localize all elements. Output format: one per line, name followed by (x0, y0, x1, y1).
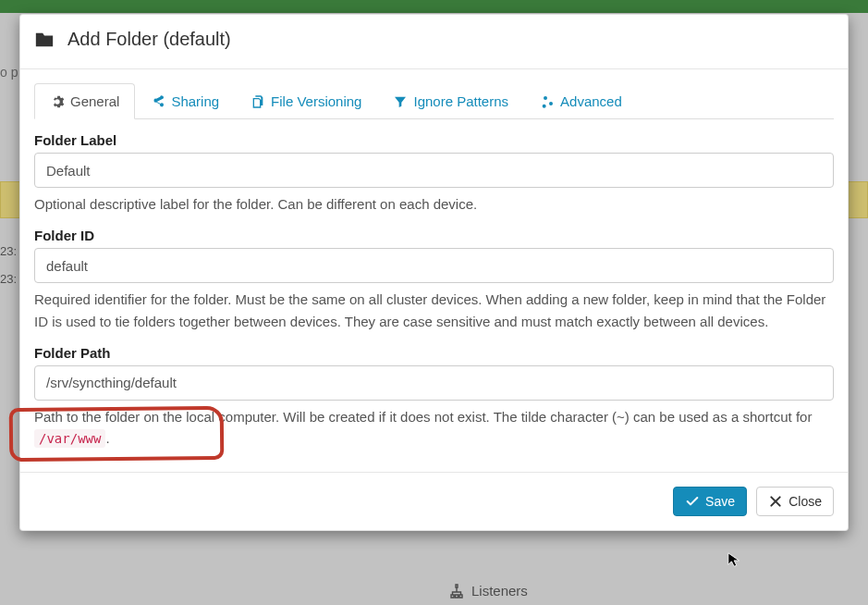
gear-icon (50, 94, 65, 109)
folder-path-help-code: /var/www (34, 429, 105, 448)
save-button[interactable]: Save (673, 487, 747, 516)
modal-footer: Save Close (20, 472, 848, 530)
folder-id-help: Required identifier for the folder. Must… (34, 289, 834, 332)
cogs-icon (540, 94, 555, 109)
close-icon (768, 494, 783, 509)
folder-label-group: Folder Label Optional descriptive label … (34, 132, 834, 215)
close-button-label: Close (789, 494, 822, 509)
folder-label-input[interactable] (34, 153, 834, 188)
folder-path-input[interactable] (34, 365, 834, 401)
folder-id-label: Folder ID (34, 228, 834, 243)
tab-general-label: General (70, 93, 119, 109)
folder-label-label: Folder Label (34, 132, 834, 148)
folder-path-help-pre: Path to the folder on the local computer… (34, 409, 812, 425)
tab-advanced[interactable]: Advanced (524, 83, 638, 119)
close-button[interactable]: Close (756, 487, 834, 516)
tab-sharing-label: Sharing (171, 93, 219, 109)
tab-ignore-patterns[interactable]: Ignore Patterns (377, 83, 524, 119)
tab-bar: General Sharing File Versioning Ignore P… (34, 83, 834, 119)
tab-general[interactable]: General (34, 83, 135, 119)
filter-icon (393, 94, 408, 109)
check-icon (685, 494, 700, 509)
folder-label-help: Optional descriptive label for the folde… (34, 193, 834, 215)
tab-sharing[interactable]: Sharing (135, 83, 235, 119)
modal-body: General Sharing File Versioning Ignore P… (20, 69, 848, 472)
copy-icon (251, 94, 265, 109)
modal-header: Add Folder (default) (20, 15, 848, 69)
folder-path-group: Folder Path Path to the folder on the lo… (34, 345, 834, 450)
tab-file-versioning-label: File Versioning (271, 93, 361, 109)
folder-path-help: Path to the folder on the local computer… (34, 406, 834, 450)
tab-file-versioning[interactable]: File Versioning (235, 83, 377, 119)
add-folder-modal: Add Folder (default) General Sharing Fil… (19, 14, 849, 531)
modal-title: Add Folder (default) (67, 29, 231, 50)
save-button-label: Save (705, 494, 735, 509)
folder-id-group: Folder ID Required identifier for the fo… (34, 228, 834, 332)
folder-path-label: Folder Path (34, 345, 834, 361)
folder-path-help-post: . (105, 430, 109, 446)
share-icon (151, 94, 165, 109)
folder-icon (34, 30, 55, 50)
tab-advanced-label: Advanced (560, 93, 622, 109)
folder-id-input[interactable] (34, 248, 834, 283)
tab-ignore-patterns-label: Ignore Patterns (413, 93, 508, 109)
